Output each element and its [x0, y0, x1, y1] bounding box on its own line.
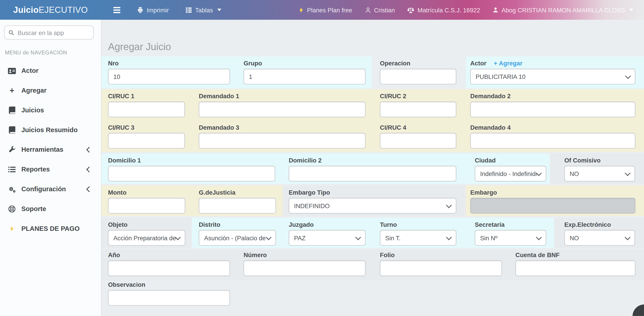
- field-domicilio1: Domicilio 1: [108, 157, 275, 181]
- sidebar-toggle-button[interactable]: [113, 7, 120, 13]
- demandado4-input[interactable]: [470, 133, 636, 148]
- bolt-icon: [8, 225, 16, 232]
- gears-icon: [8, 186, 16, 193]
- plans-link[interactable]: Planes Plan free: [298, 6, 352, 13]
- folio-input[interactable]: [380, 260, 502, 276]
- chevron-down-icon: [625, 234, 630, 240]
- user-shortname[interactable]: Cristian: [365, 6, 395, 13]
- observacion-input[interactable]: [108, 290, 230, 306]
- field-label: Of Comisivo: [564, 157, 635, 164]
- field-label: CI/RUC 2: [380, 93, 456, 100]
- juzgado-select[interactable]: PAZ: [289, 230, 366, 246]
- demandado2-input[interactable]: [470, 102, 636, 117]
- exp-electronico-select[interactable]: NO: [564, 230, 635, 246]
- sidebar-item-label: Configuración: [21, 186, 66, 193]
- ciudad-select[interactable]: Indefinido - Indefinido: [475, 166, 546, 182]
- sidebar-item-herramientas[interactable]: Herramientas: [0, 140, 101, 160]
- field-label: Demandado 2: [470, 93, 636, 100]
- field-label: Demandado 1: [199, 93, 366, 100]
- sidebar-item-agregar[interactable]: + Agregar: [0, 81, 101, 100]
- anio-input[interactable]: [108, 260, 230, 276]
- chevron-down-icon: [266, 234, 272, 240]
- embargo-input: [470, 198, 636, 214]
- floating-action-button[interactable]: [632, 304, 644, 316]
- chevron-down-icon: [446, 202, 452, 208]
- domicilio1-input[interactable]: [108, 166, 275, 182]
- sidebar-item-reportes[interactable]: Reportes: [0, 160, 101, 179]
- sidebar-item-label: Soporte: [21, 205, 46, 213]
- chevron-down-icon: [217, 9, 221, 11]
- hamburger-icon: [113, 7, 120, 13]
- print-button[interactable]: Imprimir: [137, 6, 169, 13]
- field-label: Actor: [470, 60, 486, 67]
- tables-menu[interactable]: Tablas: [185, 6, 221, 13]
- bolt-icon: [298, 6, 304, 13]
- sidebar-item-label: PLANES DE PAGO: [21, 225, 80, 232]
- user-solid-icon: [492, 7, 498, 13]
- sidebar-item-juicios-resumido[interactable]: Juicios Resumido: [0, 120, 101, 140]
- scales-icon: [407, 6, 415, 13]
- actor-select[interactable]: PUBLICITARIA 10: [470, 69, 636, 84]
- embargo-tipo-select[interactable]: INDEFINIDO: [289, 198, 456, 214]
- ciruc3-input[interactable]: [108, 133, 185, 148]
- app-logo[interactable]: JuicioEJECUTIVO: [0, 5, 101, 15]
- user-menu[interactable]: Abog CRISTIAN RAMON AMARILLA CLOSS: [492, 6, 634, 13]
- search-input[interactable]: [17, 29, 90, 36]
- chevron-down-icon: [536, 234, 542, 240]
- operacion-input[interactable]: [380, 69, 456, 84]
- field-label: Domicilio 2: [289, 157, 456, 164]
- field-label: CI/RUC 3: [108, 124, 185, 131]
- page-title: Agregar Juicio: [108, 41, 171, 53]
- add-actor-link[interactable]: + Agregar: [494, 60, 522, 67]
- of-comisivo-select[interactable]: NO: [564, 166, 635, 182]
- monto-input[interactable]: [108, 198, 185, 214]
- sidebar-item-configuracion[interactable]: Configuración: [0, 179, 101, 199]
- numero-input[interactable]: [244, 260, 366, 276]
- chevron-left-icon: [86, 147, 92, 152]
- field-label: Observacion: [108, 281, 230, 288]
- field-label: Distrito: [199, 221, 276, 228]
- field-label: CI/RUC 1: [108, 93, 185, 100]
- field-label: Domicilio 1: [108, 157, 275, 164]
- sidebar-item-label: Reportes: [21, 166, 50, 173]
- turno-select[interactable]: Sin T.: [380, 230, 456, 246]
- objeto-select[interactable]: Acción Preparatoria de J: [108, 230, 185, 246]
- sidebar-item-juicios[interactable]: Juicios: [0, 100, 101, 120]
- print-label: Imprimir: [146, 6, 169, 13]
- field-label: Monto: [108, 189, 185, 196]
- ciruc4-input[interactable]: [380, 133, 456, 148]
- ciruc1-input[interactable]: [108, 102, 185, 117]
- distrito-select[interactable]: Asunción - (Palacio de J: [199, 230, 276, 246]
- life-ring-icon: [8, 205, 16, 213]
- sidebar-item-soporte[interactable]: Soporte: [0, 199, 101, 219]
- matricula-badge[interactable]: Matrícula C.S.J. 16922: [407, 6, 480, 13]
- domicilio2-input[interactable]: [289, 166, 456, 182]
- chevron-down-icon: [629, 9, 633, 11]
- cuenta-bnf-input[interactable]: [516, 260, 635, 276]
- sidebar-item-planes-de-pago[interactable]: PLANES DE PAGO: [0, 219, 101, 239]
- plans-label: Planes Plan free: [307, 6, 352, 13]
- demandado3-input[interactable]: [199, 133, 366, 148]
- field-nro: Nro: [108, 60, 230, 84]
- grupo-input[interactable]: [244, 69, 366, 84]
- tables-label: Tablas: [195, 6, 213, 13]
- navbar-left-group: Imprimir Tablas: [113, 6, 221, 13]
- field-embargo: Embargo: [470, 189, 636, 214]
- field-demandado2: Demandado 2: [470, 93, 636, 117]
- demandado1-input[interactable]: [199, 102, 366, 117]
- field-label: Nro: [108, 60, 230, 67]
- gdejusticia-input[interactable]: [199, 198, 276, 214]
- field-label: G.deJusticia: [199, 189, 276, 196]
- field-domicilio2: Domicilio 2: [289, 157, 456, 181]
- chevron-down-icon: [446, 234, 452, 240]
- nro-input[interactable]: [108, 69, 230, 84]
- user-full-label: Abog CRISTIAN RAMON AMARILLA CLOSS: [502, 6, 625, 13]
- secretaria-select[interactable]: Sin Nº: [475, 230, 546, 246]
- ciruc2-input[interactable]: [380, 102, 456, 117]
- field-demandado1: Demandado 1: [199, 93, 366, 117]
- printer-icon: [137, 6, 144, 13]
- sidebar-item-actor[interactable]: Actor: [0, 61, 101, 81]
- field-embargo-tipo: Embargo Tipo INDEFINIDO: [289, 189, 456, 214]
- app-root: JuicioEJECUTIVO Imprimir Tablas: [0, 0, 644, 316]
- field-ciruc3: CI/RUC 3: [108, 124, 185, 148]
